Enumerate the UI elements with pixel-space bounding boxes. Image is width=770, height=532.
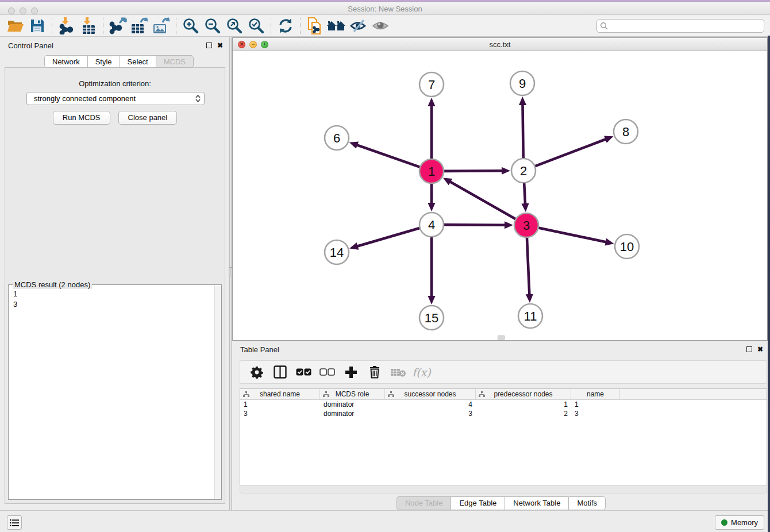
- zoom-out-icon[interactable]: [202, 17, 224, 35]
- close-panel-icon[interactable]: ✖: [217, 42, 223, 49]
- node-label-3: 3: [523, 218, 530, 233]
- tab-select[interactable]: Select: [120, 55, 156, 68]
- run-mcds-button[interactable]: Run MCDS: [53, 111, 110, 125]
- table-cell[interactable]: 1: [476, 400, 571, 409]
- node-label-8: 8: [622, 125, 629, 139]
- search-input[interactable]: [609, 20, 764, 32]
- optimization-criterion-label: Optimization criterion:: [5, 79, 225, 88]
- select-stepper-icon: [195, 95, 201, 102]
- memory-button[interactable]: Memory: [715, 515, 764, 530]
- select-all-icon[interactable]: [293, 363, 314, 382]
- edge-3-1[interactable]: [449, 181, 517, 219]
- table-cell[interactable]: 2: [476, 409, 571, 418]
- toolbar-separator: [176, 18, 176, 34]
- zoom-fit-icon[interactable]: [224, 17, 245, 35]
- float-panel-icon[interactable]: [206, 43, 212, 48]
- edge-2-3[interactable]: [524, 182, 525, 205]
- edge-2-9[interactable]: [522, 103, 523, 160]
- node-label-1: 1: [428, 164, 435, 179]
- table-cell[interactable]: 3: [385, 409, 476, 418]
- node-label-9: 9: [519, 76, 526, 91]
- tab-network[interactable]: Network: [44, 55, 87, 68]
- node-table[interactable]: shared nameMCDS rolesuccessor nodesprede…: [240, 388, 767, 486]
- save-icon[interactable]: [26, 17, 48, 35]
- tab-node-table[interactable]: Node Table: [396, 496, 451, 510]
- table-cell[interactable]: dominator: [320, 409, 385, 418]
- table-cell[interactable]: 1: [571, 400, 620, 409]
- gear-icon[interactable]: [246, 363, 267, 382]
- show-details-icon[interactable]: [369, 17, 391, 35]
- control-panel-tabs: Network Style Select MCDS: [44, 55, 194, 68]
- toolbar-separator: [271, 18, 271, 34]
- edge-1-2[interactable]: [442, 171, 503, 171]
- column-header-shared-name[interactable]: shared name: [240, 389, 320, 399]
- deselect-all-icon[interactable]: [317, 363, 338, 382]
- search-box[interactable]: [596, 19, 764, 33]
- edge-4-14[interactable]: [356, 228, 421, 246]
- mcds-result-text[interactable]: 1 3: [9, 287, 214, 499]
- table-hscrollbar[interactable]: [240, 487, 767, 494]
- add-icon[interactable]: [340, 363, 361, 382]
- home-icon[interactable]: [326, 17, 348, 35]
- refresh-icon[interactable]: [275, 17, 297, 35]
- tab-mcds[interactable]: MCDS: [156, 55, 194, 68]
- list-icon: [10, 519, 19, 527]
- task-history-button[interactable]: [7, 515, 22, 530]
- import-table-icon[interactable]: [78, 17, 99, 35]
- zoom-selected-icon[interactable]: [245, 17, 267, 35]
- close-table-panel-icon[interactable]: ✖: [757, 346, 763, 353]
- tab-edge-table[interactable]: Edge Table: [451, 496, 505, 510]
- node-label-2: 2: [520, 164, 527, 178]
- node-label-6: 6: [333, 131, 340, 145]
- table-tabs: Node Table Edge Table Network Table Moti…: [232, 496, 770, 510]
- network-window-title: scc.txt: [233, 40, 767, 49]
- export-network-icon[interactable]: [107, 17, 129, 35]
- table-cell[interactable]: 4: [385, 400, 476, 409]
- edge-4-3[interactable]: [442, 225, 506, 225]
- delete-icon[interactable]: [364, 363, 385, 382]
- memory-label: Memory: [731, 518, 758, 527]
- tab-network-table[interactable]: Network Table: [505, 496, 568, 510]
- float-table-panel-icon[interactable]: [746, 346, 752, 352]
- table-cell[interactable]: dominator: [320, 400, 385, 409]
- node-label-7: 7: [428, 78, 435, 92]
- table-cell[interactable]: 3: [571, 409, 620, 418]
- table-cell[interactable]: 3: [240, 409, 320, 418]
- import-network-icon[interactable]: [56, 17, 78, 35]
- edge-arrowhead: [605, 238, 614, 246]
- table-cell[interactable]: 1: [240, 400, 320, 409]
- columns-icon[interactable]: [270, 363, 291, 382]
- tab-style[interactable]: Style: [87, 55, 120, 68]
- column-header-predecessor-nodes[interactable]: predecessor nodes: [476, 389, 571, 399]
- mcds-panel: Optimization criterion: strongly connect…: [5, 67, 225, 504]
- export-image-icon[interactable]: [151, 17, 172, 35]
- delete-table-icon: [387, 363, 409, 382]
- export-table-icon[interactable]: [129, 17, 151, 35]
- zoom-in-icon[interactable]: [180, 17, 202, 35]
- criterion-select[interactable]: strongly connected component: [26, 92, 205, 105]
- horizontal-splitter-grip[interactable]: [498, 336, 505, 340]
- edge-3-10[interactable]: [537, 228, 607, 242]
- table-row[interactable]: 3dominator323: [240, 409, 767, 418]
- tab-motifs[interactable]: Motifs: [568, 496, 606, 510]
- edge-3-11[interactable]: [527, 236, 530, 296]
- node-label-10: 10: [620, 240, 634, 254]
- folder-open-icon[interactable]: [5, 17, 26, 35]
- table-row[interactable]: 1dominator411: [240, 400, 767, 409]
- column-header-successor-nodes[interactable]: successor nodes: [385, 389, 476, 399]
- result-scrollbar[interactable]: [214, 286, 221, 499]
- status-bar: Memory: [0, 510, 770, 532]
- edge-2-8[interactable]: [534, 138, 607, 167]
- edge-arrowhead: [428, 98, 435, 106]
- duplicate-network-icon[interactable]: [304, 17, 326, 35]
- edge-arrowhead: [521, 203, 529, 212]
- window-titlebar[interactable]: Session: New Session: [0, 2, 770, 15]
- edge-1-6[interactable]: [356, 145, 421, 168]
- network-window-titlebar[interactable]: ✕ − + scc.txt: [233, 38, 767, 51]
- column-header-name[interactable]: name: [571, 389, 620, 399]
- close-panel-button[interactable]: Close panel: [118, 111, 178, 125]
- network-canvas[interactable]: 7968124310141511: [233, 51, 767, 340]
- hide-details-icon[interactable]: [348, 17, 369, 35]
- node-label-15: 15: [425, 311, 438, 325]
- column-header-MCDS-role[interactable]: MCDS role: [320, 389, 385, 399]
